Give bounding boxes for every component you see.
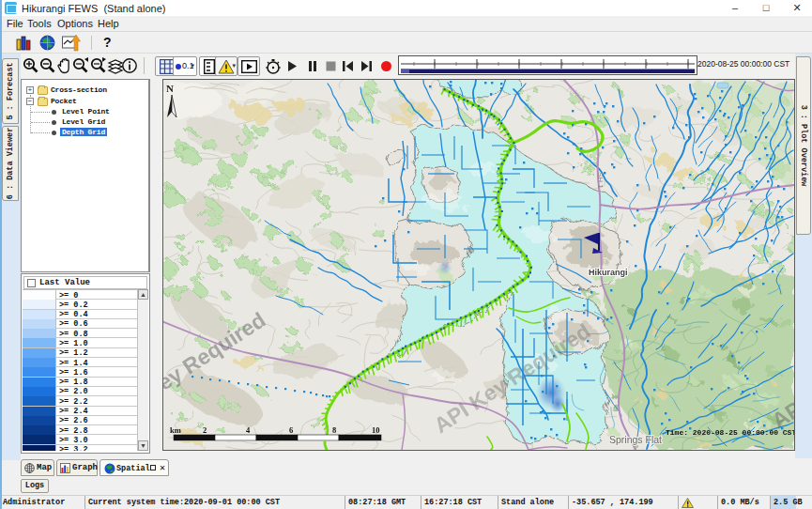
svg-text:km: km	[170, 425, 181, 435]
svg-text:Hikurangi: Hikurangi	[589, 268, 628, 277]
svg-text:6: 6	[289, 425, 293, 435]
svg-text:8: 8	[332, 425, 336, 435]
svg-text:2: 2	[203, 425, 207, 435]
svg-text:SH 1: SH 1	[596, 172, 605, 189]
svg-text:10: 10	[372, 425, 380, 435]
svg-text:Time: 2020-08-25 00:00:00 CST: Time: 2020-08-25 00:00:00 CST	[666, 428, 794, 437]
svg-text:Springs Flat: Springs Flat	[609, 434, 662, 445]
svg-text:N: N	[166, 83, 174, 94]
